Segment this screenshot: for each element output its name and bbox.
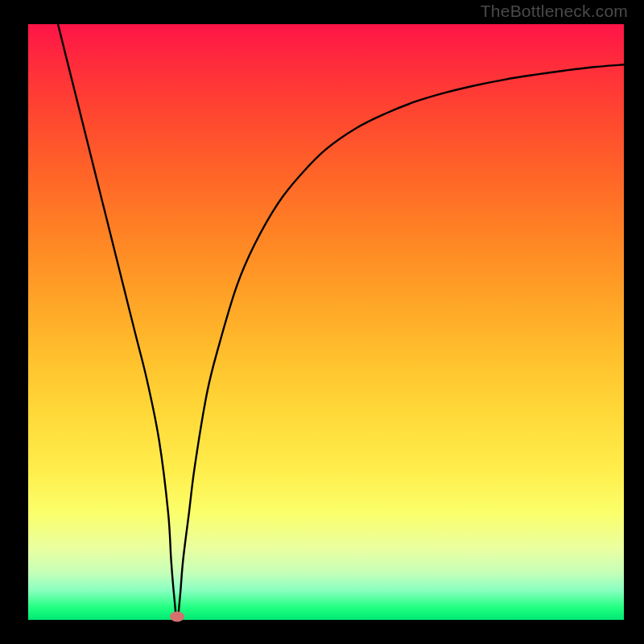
watermark-text: TheBottleneck.com — [481, 2, 628, 21]
optimum-marker — [170, 612, 184, 622]
bottleneck-curve-svg — [28, 24, 624, 620]
chart-frame: TheBottleneck.com — [0, 0, 644, 644]
bottleneck-curve-path — [58, 24, 624, 620]
